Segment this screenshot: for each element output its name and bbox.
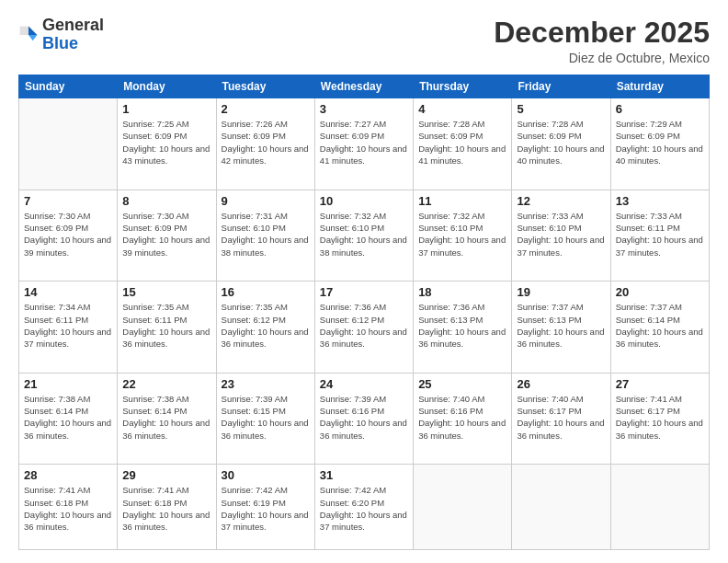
svg-rect-2	[20, 26, 28, 34]
table-row: 26 Sunrise: 7:40 AMSunset: 6:17 PMDaylig…	[512, 373, 610, 465]
day-detail: Sunrise: 7:25 AMSunset: 6:09 PMDaylight:…	[122, 118, 210, 167]
day-number: 4	[418, 102, 506, 116]
svg-marker-1	[28, 35, 37, 40]
day-number: 20	[616, 285, 704, 299]
day-number: 11	[418, 194, 506, 208]
day-detail: Sunrise: 7:27 AMSunset: 6:09 PMDaylight:…	[320, 118, 408, 167]
day-number: 18	[418, 285, 506, 299]
table-row: 1 Sunrise: 7:25 AMSunset: 6:09 PMDayligh…	[118, 98, 216, 190]
table-row: 10 Sunrise: 7:32 AMSunset: 6:10 PMDaylig…	[314, 190, 413, 282]
day-detail: Sunrise: 7:36 AMSunset: 6:12 PMDaylight:…	[320, 301, 408, 350]
logo: General Blue	[18, 17, 104, 53]
table-row: 21 Sunrise: 7:38 AMSunset: 6:14 PMDaylig…	[19, 373, 118, 465]
col-saturday: Saturday	[610, 75, 709, 98]
day-detail: Sunrise: 7:32 AMSunset: 6:10 PMDaylight:…	[320, 210, 408, 259]
table-row: 12 Sunrise: 7:33 AMSunset: 6:10 PMDaylig…	[512, 190, 610, 282]
logo-blue-text: Blue	[42, 34, 78, 52]
day-detail: Sunrise: 7:31 AMSunset: 6:10 PMDaylight:…	[222, 210, 310, 259]
day-detail: Sunrise: 7:30 AMSunset: 6:09 PMDaylight:…	[24, 210, 112, 259]
day-number: 16	[222, 285, 310, 299]
day-detail: Sunrise: 7:33 AMSunset: 6:11 PMDaylight:…	[616, 210, 704, 259]
table-row: 7 Sunrise: 7:30 AMSunset: 6:09 PMDayligh…	[19, 190, 118, 282]
day-detail: Sunrise: 7:38 AMSunset: 6:14 PMDaylight:…	[24, 393, 112, 442]
day-number: 1	[122, 102, 210, 116]
day-detail: Sunrise: 7:29 AMSunset: 6:09 PMDaylight:…	[616, 118, 704, 167]
location: Diez de Octubre, Mexico	[494, 51, 710, 65]
day-detail: Sunrise: 7:28 AMSunset: 6:09 PMDaylight:…	[418, 118, 506, 167]
day-detail: Sunrise: 7:34 AMSunset: 6:11 PMDaylight:…	[24, 301, 112, 350]
day-number: 10	[320, 194, 408, 208]
table-row: 16 Sunrise: 7:35 AMSunset: 6:12 PMDaylig…	[216, 282, 314, 373]
table-row: 15 Sunrise: 7:35 AMSunset: 6:11 PMDaylig…	[118, 282, 216, 373]
day-number: 17	[320, 285, 408, 299]
logo-icon	[18, 25, 39, 45]
table-row: 23 Sunrise: 7:39 AMSunset: 6:15 PMDaylig…	[216, 373, 314, 465]
header: General Blue December 2025 Diez de Octub…	[18, 17, 710, 65]
day-number: 31	[320, 468, 408, 482]
day-detail: Sunrise: 7:37 AMSunset: 6:14 PMDaylight:…	[616, 301, 704, 350]
col-monday: Monday	[118, 75, 216, 98]
calendar-header-row: Sunday Monday Tuesday Wednesday Thursday…	[19, 75, 710, 98]
calendar-row: 1 Sunrise: 7:25 AMSunset: 6:09 PMDayligh…	[19, 98, 710, 190]
day-number: 23	[222, 377, 310, 391]
day-number: 8	[122, 194, 210, 208]
col-thursday: Thursday	[414, 75, 512, 98]
day-number: 24	[320, 377, 408, 391]
table-row: 17 Sunrise: 7:36 AMSunset: 6:12 PMDaylig…	[314, 282, 413, 373]
day-number: 6	[616, 102, 704, 116]
table-row: 25 Sunrise: 7:40 AMSunset: 6:16 PMDaylig…	[414, 373, 512, 465]
table-row	[19, 98, 118, 190]
table-row: 31 Sunrise: 7:42 AMSunset: 6:20 PMDaylig…	[314, 465, 413, 550]
table-row	[414, 465, 512, 550]
day-number: 2	[222, 102, 310, 116]
calendar-row: 21 Sunrise: 7:38 AMSunset: 6:14 PMDaylig…	[19, 373, 710, 465]
table-row: 14 Sunrise: 7:34 AMSunset: 6:11 PMDaylig…	[19, 282, 118, 373]
month-title: December 2025	[494, 17, 710, 49]
day-detail: Sunrise: 7:40 AMSunset: 6:16 PMDaylight:…	[418, 393, 506, 442]
day-number: 19	[517, 285, 605, 299]
day-number: 12	[517, 194, 605, 208]
table-row: 8 Sunrise: 7:30 AMSunset: 6:09 PMDayligh…	[118, 190, 216, 282]
calendar-row: 14 Sunrise: 7:34 AMSunset: 6:11 PMDaylig…	[19, 282, 710, 373]
day-detail: Sunrise: 7:41 AMSunset: 6:18 PMDaylight:…	[24, 484, 112, 533]
table-row: 19 Sunrise: 7:37 AMSunset: 6:13 PMDaylig…	[512, 282, 610, 373]
day-number: 5	[517, 102, 605, 116]
day-detail: Sunrise: 7:42 AMSunset: 6:19 PMDaylight:…	[222, 484, 310, 533]
table-row: 20 Sunrise: 7:37 AMSunset: 6:14 PMDaylig…	[610, 282, 709, 373]
day-detail: Sunrise: 7:26 AMSunset: 6:09 PMDaylight:…	[222, 118, 310, 167]
table-row: 9 Sunrise: 7:31 AMSunset: 6:10 PMDayligh…	[216, 190, 314, 282]
table-row: 5 Sunrise: 7:28 AMSunset: 6:09 PMDayligh…	[512, 98, 610, 190]
day-number: 9	[222, 194, 310, 208]
table-row: 13 Sunrise: 7:33 AMSunset: 6:11 PMDaylig…	[610, 190, 709, 282]
day-detail: Sunrise: 7:39 AMSunset: 6:16 PMDaylight:…	[320, 393, 408, 442]
day-number: 14	[24, 285, 112, 299]
day-number: 3	[320, 102, 408, 116]
day-number: 13	[616, 194, 704, 208]
calendar-row: 28 Sunrise: 7:41 AMSunset: 6:18 PMDaylig…	[19, 465, 710, 550]
day-number: 30	[222, 468, 310, 482]
col-sunday: Sunday	[19, 75, 118, 98]
day-detail: Sunrise: 7:38 AMSunset: 6:14 PMDaylight:…	[122, 393, 210, 442]
day-detail: Sunrise: 7:40 AMSunset: 6:17 PMDaylight:…	[517, 393, 605, 442]
day-detail: Sunrise: 7:35 AMSunset: 6:12 PMDaylight:…	[222, 301, 310, 350]
day-number: 26	[517, 377, 605, 391]
day-detail: Sunrise: 7:37 AMSunset: 6:13 PMDaylight:…	[517, 301, 605, 350]
day-detail: Sunrise: 7:33 AMSunset: 6:10 PMDaylight:…	[517, 210, 605, 259]
title-block: December 2025 Diez de Octubre, Mexico	[494, 17, 710, 65]
table-row: 28 Sunrise: 7:41 AMSunset: 6:18 PMDaylig…	[19, 465, 118, 550]
col-friday: Friday	[512, 75, 610, 98]
col-wednesday: Wednesday	[314, 75, 413, 98]
day-detail: Sunrise: 7:35 AMSunset: 6:11 PMDaylight:…	[122, 301, 210, 350]
table-row: 24 Sunrise: 7:39 AMSunset: 6:16 PMDaylig…	[314, 373, 413, 465]
table-row: 2 Sunrise: 7:26 AMSunset: 6:09 PMDayligh…	[216, 98, 314, 190]
table-row: 22 Sunrise: 7:38 AMSunset: 6:14 PMDaylig…	[118, 373, 216, 465]
day-number: 25	[418, 377, 506, 391]
table-row: 3 Sunrise: 7:27 AMSunset: 6:09 PMDayligh…	[314, 98, 413, 190]
calendar-page: General Blue December 2025 Diez de Octub…	[0, 0, 728, 563]
calendar-table: Sunday Monday Tuesday Wednesday Thursday…	[18, 75, 710, 550]
table-row: 27 Sunrise: 7:41 AMSunset: 6:17 PMDaylig…	[610, 373, 709, 465]
table-row: 18 Sunrise: 7:36 AMSunset: 6:13 PMDaylig…	[414, 282, 512, 373]
table-row	[512, 465, 610, 550]
day-detail: Sunrise: 7:30 AMSunset: 6:09 PMDaylight:…	[122, 210, 210, 259]
day-number: 21	[24, 377, 112, 391]
